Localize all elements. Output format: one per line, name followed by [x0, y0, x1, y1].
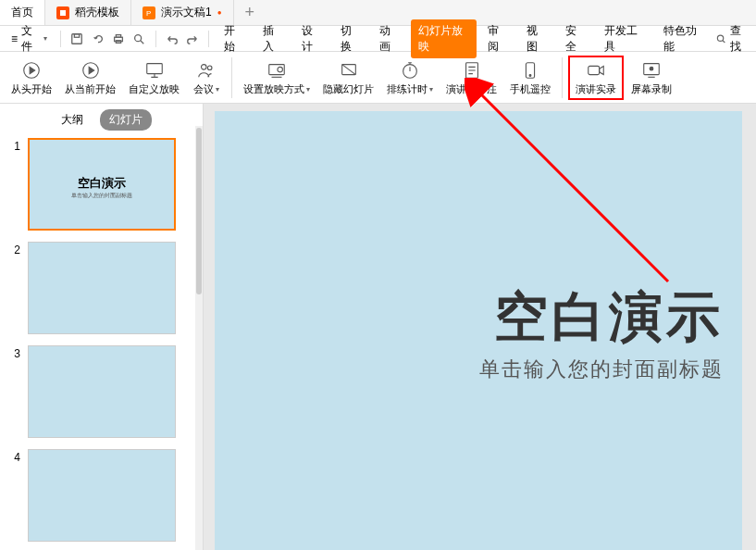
menu-insert[interactable]: 插入 [255, 19, 291, 58]
slide-thumb-2[interactable]: 2 [9, 242, 193, 334]
menu-transition[interactable]: 切换 [333, 19, 368, 58]
scrollbar[interactable] [195, 126, 203, 550]
chevron-down-icon: ▾ [429, 85, 433, 94]
menu-review[interactable]: 审阅 [480, 19, 515, 58]
svg-point-7 [717, 35, 723, 41]
svg-rect-1 [72, 33, 82, 44]
notes-icon [461, 59, 483, 81]
modified-badge: ● [217, 8, 222, 17]
menu-devtools[interactable]: 开发工具 [597, 19, 652, 58]
screen-record-button[interactable]: 屏幕录制 [626, 57, 677, 98]
separator [231, 57, 232, 98]
from-current-button[interactable]: 从当前开始 [59, 57, 121, 98]
outline-tab[interactable]: 大纲 [52, 109, 93, 131]
menu-start[interactable]: 开始 [217, 19, 252, 58]
meeting-button[interactable]: 会议▾ [187, 57, 226, 98]
thumbnail: 空白演示 单击输入您的封面副标题 [28, 138, 176, 231]
slide-canvas[interactable]: 空白演示 单击输入您的封面副标题 [215, 111, 742, 550]
canvas-area: 空白演示 单击输入您的封面副标题 [204, 104, 756, 550]
svg-rect-13 [269, 64, 285, 74]
template-icon [56, 6, 69, 19]
slide-thumb-4[interactable]: 4 [9, 449, 193, 542]
chevron-down-icon: ▾ [43, 34, 47, 43]
view-tabs: 大纲 幻灯片 [0, 104, 203, 136]
menu-design[interactable]: 设计 [294, 19, 329, 58]
slide-thumb-1[interactable]: 1 空白演示 单击输入您的封面副标题 [9, 138, 193, 231]
slide-number: 4 [9, 449, 20, 464]
menu-view[interactable]: 视图 [519, 19, 554, 58]
hide-slide-button[interactable]: 隐藏幻灯片 [317, 57, 379, 98]
settings-button[interactable]: 设置放映方式▾ [238, 57, 316, 98]
slide-panel: 大纲 幻灯片 1 空白演示 单击输入您的封面副标题 2 3 4 [0, 104, 204, 550]
menu-security[interactable]: 安全 [558, 19, 593, 58]
video-camera-icon [585, 59, 607, 81]
svg-point-14 [278, 67, 283, 72]
separator [208, 31, 209, 47]
slide-thumb-3[interactable]: 3 [9, 345, 193, 438]
svg-rect-2 [75, 33, 80, 37]
screen-icon [640, 59, 663, 81]
chevron-down-icon: ▾ [216, 85, 219, 94]
slide-number: 3 [9, 345, 20, 360]
stopwatch-icon [399, 59, 421, 81]
svg-rect-10 [146, 63, 162, 73]
rehearse-button[interactable]: 排练计时▾ [381, 57, 439, 98]
save-icon[interactable] [68, 30, 85, 48]
svg-point-16 [403, 64, 417, 78]
menubar: ≡ 文件 ▾ 开始 插入 设计 切换 动画 幻灯片放映 审阅 视图 安全 开发工… [0, 26, 756, 52]
notes-button[interactable]: 演讲者备注 [440, 57, 502, 98]
users-icon [195, 59, 217, 81]
undo-icon[interactable] [90, 30, 106, 48]
thumbnail-list: 1 空白演示 单击输入您的封面副标题 2 3 4 5 [0, 136, 203, 550]
smartphone-icon [519, 59, 541, 81]
scrollbar-thumb[interactable] [196, 128, 202, 294]
monitor-icon [143, 59, 166, 81]
slide-subtitle[interactable]: 单击输入您的封面副标题 [479, 356, 724, 383]
slide-number: 1 [9, 138, 20, 153]
thumbnail [28, 242, 176, 334]
search-button[interactable]: 查找 [715, 23, 750, 55]
thumbnail [28, 345, 176, 438]
search-icon [715, 32, 727, 45]
slides-tab[interactable]: 幻灯片 [100, 109, 152, 131]
svg-point-11 [202, 64, 207, 69]
menu-animation[interactable]: 动画 [372, 19, 407, 58]
play-circle-icon [20, 59, 43, 81]
thumb-title: 空白演示 [30, 175, 174, 192]
menu-features[interactable]: 特色功能 [656, 19, 712, 58]
svg-point-22 [650, 67, 653, 70]
ribbon: 从头开始 从当前开始 自定义放映 会议▾ 设置放映方式▾ 隐藏幻灯片 排练计时▾… [0, 52, 756, 104]
presentation-icon: P [143, 6, 155, 19]
separator [562, 57, 563, 98]
projector-icon [266, 59, 288, 81]
menu-slideshow[interactable]: 幻灯片放映 [411, 19, 477, 58]
thumb-subtitle: 单击输入您的封面副标题 [30, 192, 174, 200]
undo-button[interactable] [163, 30, 180, 48]
thumbnail [28, 449, 176, 542]
tab-templates[interactable]: 稻壳模板 [45, 0, 131, 25]
record-presentation-button[interactable]: 演讲实录 [568, 56, 624, 100]
separator [155, 31, 156, 47]
slide-title[interactable]: 空白演示 [494, 281, 724, 354]
preview-icon[interactable] [130, 30, 147, 48]
slide-hidden-icon [338, 59, 360, 81]
file-menu[interactable]: ≡ 文件 ▾ [6, 20, 53, 57]
separator [60, 31, 61, 47]
chevron-down-icon: ▾ [306, 85, 310, 94]
svg-point-19 [529, 74, 531, 76]
svg-text:P: P [146, 9, 151, 18]
main-area: 大纲 幻灯片 1 空白演示 单击输入您的封面副标题 2 3 4 [0, 104, 756, 550]
from-start-button[interactable]: 从头开始 [6, 57, 57, 98]
phone-control-button[interactable]: 手机遥控 [504, 57, 556, 98]
slide-number: 2 [9, 242, 20, 256]
print-icon[interactable] [110, 30, 127, 48]
redo-button[interactable] [184, 30, 201, 48]
play-icon [80, 59, 102, 81]
svg-point-12 [207, 65, 212, 69]
svg-point-6 [135, 34, 142, 41]
svg-rect-20 [589, 66, 600, 74]
custom-show-button[interactable]: 自定义放映 [123, 57, 185, 98]
svg-rect-4 [116, 34, 120, 37]
